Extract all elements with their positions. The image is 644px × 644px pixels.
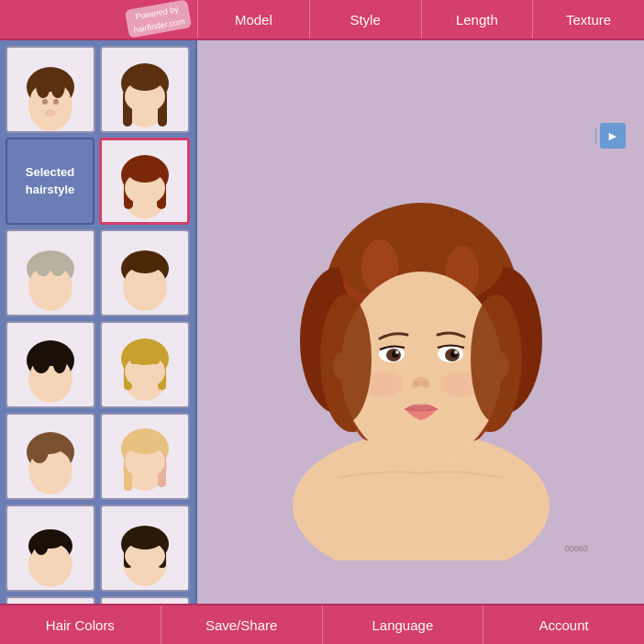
main-content: Selected hairstyle — [0, 40, 644, 604]
svg-point-100 — [454, 350, 458, 354]
hairstyle-item-9[interactable] — [6, 413, 95, 500]
svg-point-99 — [395, 350, 399, 354]
nav-language[interactable]: Language — [323, 605, 484, 644]
svg-point-20 — [127, 157, 163, 183]
hairstyle-item-1[interactable] — [6, 46, 95, 133]
svg-rect-43 — [130, 357, 160, 364]
hairstyle-item-10[interactable] — [100, 413, 190, 500]
hairstyle-item-12[interactable] — [100, 505, 190, 592]
svg-rect-108 — [399, 450, 443, 515]
nav-length[interactable]: Length — [421, 0, 533, 39]
top-navigation: Powered by hairfinder.com Model Style Le… — [0, 0, 644, 40]
nav-texture[interactable]: Texture — [532, 0, 644, 39]
hairstyle-item-7[interactable] — [6, 321, 95, 408]
model-display: 00060 — [247, 83, 595, 561]
preview-area: ▲ ◄ Reset ► ▼ − + — [197, 40, 644, 604]
logo-badge: Powered by hairfinder.com — [125, 0, 192, 39]
nav-account[interactable]: Account — [483, 605, 644, 644]
nav-hair-colors[interactable]: Hair Colors — [0, 605, 161, 644]
sidebar-row-6 — [6, 596, 190, 604]
sidebar-row-1: Selected hairstyle — [6, 138, 190, 225]
svg-point-48 — [30, 438, 49, 463]
svg-point-14 — [127, 65, 163, 91]
hairstyle-item-2[interactable] — [100, 46, 190, 133]
svg-point-103 — [423, 381, 430, 388]
watermark: 00060 — [564, 544, 587, 553]
hairstyle-item-13[interactable] — [6, 596, 95, 604]
sidebar-row-3 — [6, 321, 190, 408]
svg-point-26 — [34, 252, 67, 271]
svg-point-8 — [45, 109, 56, 117]
nav-save-share[interactable]: Save/Share — [161, 605, 323, 644]
nav-model[interactable]: Model — [197, 0, 309, 39]
svg-point-59 — [34, 533, 49, 555]
svg-point-54 — [127, 432, 163, 454]
hairstyle-item-4[interactable] — [99, 138, 190, 225]
hairstyle-item-8[interactable] — [100, 321, 190, 408]
svg-point-6 — [42, 99, 48, 105]
logo-area: Powered by hairfinder.com — [0, 0, 197, 39]
svg-point-110 — [471, 294, 522, 423]
hairstyle-item-5[interactable] — [6, 229, 95, 316]
logo-text: Powered by hairfinder.com — [133, 5, 185, 34]
sidebar-row-2 — [6, 229, 190, 316]
svg-point-5 — [34, 70, 67, 92]
svg-point-65 — [127, 527, 163, 550]
hairstyle-selected-label: Selected hairstyle — [6, 138, 94, 225]
svg-point-109 — [320, 294, 372, 423]
nav-right-button[interactable]: ► — [600, 123, 626, 149]
sidebar-row-5 — [6, 505, 190, 592]
hairstyle-item-14[interactable] — [100, 596, 190, 604]
bottom-navigation: Hair Colors Save/Share Language Account — [0, 604, 644, 644]
sidebar-row-4 — [6, 413, 190, 500]
svg-point-102 — [412, 381, 419, 388]
svg-point-7 — [53, 99, 59, 105]
svg-point-30 — [128, 255, 161, 273]
hairstyle-item-6[interactable] — [100, 229, 190, 316]
model-svg — [247, 83, 595, 561]
svg-point-36 — [52, 348, 67, 373]
hairstyle-item-11[interactable] — [6, 505, 95, 592]
svg-point-35 — [32, 348, 50, 373]
hairstyle-sidebar: Selected hairstyle — [0, 40, 197, 604]
sidebar-row-0 — [6, 46, 190, 133]
nav-style[interactable]: Style — [309, 0, 421, 39]
